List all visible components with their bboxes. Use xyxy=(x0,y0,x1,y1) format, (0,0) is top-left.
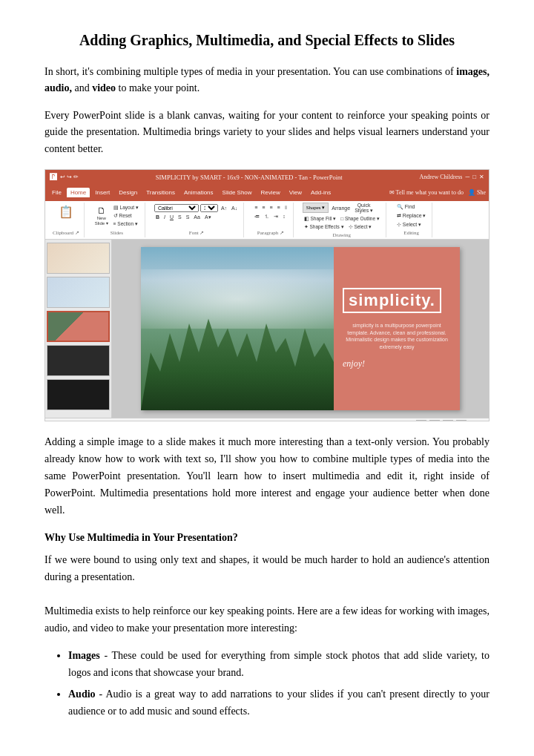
intro-paragraph-2: Every PowerPoint slide is a blank canvas… xyxy=(44,108,490,157)
columns-btn[interactable]: ⫴ xyxy=(283,204,289,211)
font-family-select[interactable]: Calibri xyxy=(154,204,199,212)
italic-button[interactable]: I xyxy=(162,214,167,221)
font-label: Font ↗ xyxy=(189,230,205,236)
list-item-audio: Audio - Audio is a great way to add narr… xyxy=(68,686,490,720)
slide-thumb-1[interactable]: 1 * xyxy=(47,243,110,274)
pp-titlebar-title: SIMPLICITY by SMART - 16x9 - NON-ANIMATE… xyxy=(156,174,343,181)
slide-simplicity-title: simplicity. xyxy=(343,288,441,313)
new-slide-button[interactable]: 🗋 NewSlide ▾ xyxy=(93,205,110,226)
tab-file[interactable]: File xyxy=(48,188,65,197)
view-slideshow-btn[interactable]: ▶ xyxy=(456,420,467,421)
section-2-para-1: If we were bound to using only text and … xyxy=(44,551,490,585)
ribbon-group-font: Calibri 38 A↑ A↓ B I U S S Aa A▾ Font ↗ xyxy=(150,203,244,237)
highlight-button[interactable]: A▾ xyxy=(203,214,213,221)
slide-thumb-4[interactable]: 4 * xyxy=(47,345,110,376)
find-button[interactable]: 🔍 Find xyxy=(395,203,428,211)
replace-button[interactable]: ⇄ Replace ▾ xyxy=(395,212,428,220)
ribbon-group-editing: 🔍 Find ⇄ Replace ▾ ⊹ Select ▾ Editing xyxy=(391,203,433,237)
line-spacing-btn[interactable]: ↕ xyxy=(281,212,287,221)
bullets-btn[interactable]: ≔ xyxy=(253,212,261,221)
slides-label: Slides xyxy=(111,230,123,236)
increase-font-btn[interactable]: A↑ xyxy=(220,205,228,211)
arrange-btn[interactable]: Arrange xyxy=(330,205,352,211)
tab-review[interactable]: Review xyxy=(257,188,284,197)
bold-audio: audio, xyxy=(44,82,72,93)
slide-thumb-3[interactable]: 3 * xyxy=(47,311,110,342)
quick-styles-btn[interactable]: QuickStyles ▾ xyxy=(353,202,375,214)
section-2-heading: Why Use Multimedia in Your Presentation? xyxy=(44,529,490,546)
bullet-list: Images - These could be used for everyth… xyxy=(68,647,490,720)
view-normal-btn[interactable]: ▤ xyxy=(416,420,426,421)
slide-enjoy-text: enjoy! xyxy=(343,358,365,369)
align-center-btn[interactable]: ≡ xyxy=(260,204,266,211)
slide-mist xyxy=(141,269,334,329)
font-size-select[interactable]: 38 xyxy=(200,204,218,212)
slide-thumb-5[interactable]: 5 * xyxy=(47,379,110,410)
align-right-btn[interactable]: ≡ xyxy=(268,204,274,211)
indent-btn[interactable]: ⇥ xyxy=(272,212,280,221)
intro-paragraph-1: In short, it's combining multiple types … xyxy=(44,64,490,97)
maximize-icon[interactable]: □ xyxy=(472,174,476,180)
ribbon-group-drawing: Shapes ▾ Arrange QuickStyles ▾ ◧ Shape F… xyxy=(298,203,386,237)
justify-btn[interactable]: ≡ xyxy=(276,204,282,211)
view-slide-btn[interactable]: ⊡ xyxy=(429,420,440,421)
shape-effects-btn[interactable]: ✦ Shape Effects ▾ xyxy=(303,223,346,231)
slide-simplicity-subtitle: simplicity is a multipurpose powerpoint … xyxy=(343,322,451,351)
strikethrough-button[interactable]: S xyxy=(177,214,183,221)
ribbon-group-clipboard: 📋 Clipboard ↗ xyxy=(48,203,85,237)
body-paragraph-1: Adding a simple image to a slide makes i… xyxy=(44,433,490,519)
pp-slides-panel: 1 * 2 * 3 * 4 * 5 * xyxy=(45,240,112,418)
decrease-font-btn[interactable]: A↓ xyxy=(230,205,239,211)
paragraph-label: Paragraph ↗ xyxy=(257,230,284,236)
shadow-button[interactable]: S xyxy=(185,214,191,221)
editing-label: Editing xyxy=(403,230,419,236)
pp-slide-canvas: simplicity. simplicity is a multipurpose… xyxy=(141,247,460,410)
reset-button[interactable]: ↺ Reset xyxy=(112,212,140,220)
minimize-icon[interactable]: ─ xyxy=(465,174,469,180)
underline-button[interactable]: U xyxy=(168,214,175,221)
pp-ribbon-tabs: File Home Insert Design Transitions Anim… xyxy=(45,185,489,201)
ribbon-group-paragraph: ≡ ≡ ≡ ≡ ⫴ ≔ ⒈ ⇥ ↕ Paragraph ↗ xyxy=(248,203,293,237)
slide-pink-panel: simplicity. simplicity is a multipurpose… xyxy=(334,247,460,410)
bold-video: video xyxy=(92,82,116,93)
shape-outline-btn[interactable]: □ Shape Outline ▾ xyxy=(339,215,381,223)
pp-canvas-area: simplicity. simplicity is a multipurpose… xyxy=(112,240,489,418)
tab-slideshow[interactable]: Slide Show xyxy=(219,188,256,197)
pp-notes-bar: Slide 3 of 5 Click to add notes 🗒 Notes … xyxy=(45,418,489,421)
section-2: Why Use Multimedia in Your Presentation?… xyxy=(44,529,490,637)
tab-view[interactable]: View xyxy=(286,188,306,197)
tab-home[interactable]: Home xyxy=(67,188,90,197)
shape-fill-btn[interactable]: ◧ Shape Fill ▾ xyxy=(303,215,338,223)
view-reading-btn[interactable]: 📖 xyxy=(443,420,453,421)
bullet-images-text: - These could be used for everything fro… xyxy=(68,650,490,678)
bold-images: images, xyxy=(456,66,490,77)
font-color-button[interactable]: Aa xyxy=(192,214,202,221)
pp-main-area: 1 * 2 * 3 * 4 * 5 * xyxy=(45,240,489,418)
powerpoint-screenshot: 🅿 ↩ ↪ ✏ SIMPLICITY by SMART - 16x9 - NON… xyxy=(44,169,490,421)
paste-button[interactable]: 📋 xyxy=(57,204,75,220)
page-title: Adding Graphics, Multimedia, and Special… xyxy=(44,30,490,50)
select-btn2[interactable]: ⊹ Select ▾ xyxy=(395,221,428,229)
ribbon-group-slides: 🗋 NewSlide ▾ ▤ Layout ▾ ↺ Reset ≡ Sectio… xyxy=(89,203,145,237)
bullet-audio-label: Audio xyxy=(68,688,96,700)
tab-transitions[interactable]: Transitions xyxy=(142,188,179,197)
pp-titlebar: 🅿 ↩ ↪ ✏ SIMPLICITY by SMART - 16x9 - NON… xyxy=(45,170,489,185)
layout-button[interactable]: ▤ Layout ▾ xyxy=(112,204,140,211)
tab-addins[interactable]: Add-ins xyxy=(307,188,334,197)
section-button[interactable]: ≡ Section ▾ xyxy=(112,220,140,228)
tab-animations[interactable]: Animations xyxy=(180,188,217,197)
slide-forest-background xyxy=(141,247,334,410)
select-btn[interactable]: ⊹ Select ▾ xyxy=(347,223,374,231)
list-item-images: Images - These could be used for everyth… xyxy=(68,647,490,681)
pp-titlebar-user: Andrew Childress xyxy=(419,174,462,180)
close-icon[interactable]: ✕ xyxy=(479,174,484,180)
align-left-btn[interactable]: ≡ xyxy=(253,204,259,211)
tab-design[interactable]: Design xyxy=(115,188,141,197)
bold-button[interactable]: B xyxy=(154,214,161,221)
slide-thumb-2[interactable]: 2 * xyxy=(47,277,110,308)
numbering-btn[interactable]: ⒈ xyxy=(263,212,271,221)
tab-insert[interactable]: Insert xyxy=(91,188,113,197)
bullet-audio-text: - Audio is a great way to add narrations… xyxy=(68,688,490,717)
bullet-images-label: Images xyxy=(68,650,100,661)
clipboard-label: Clipboard ↗ xyxy=(53,230,79,236)
